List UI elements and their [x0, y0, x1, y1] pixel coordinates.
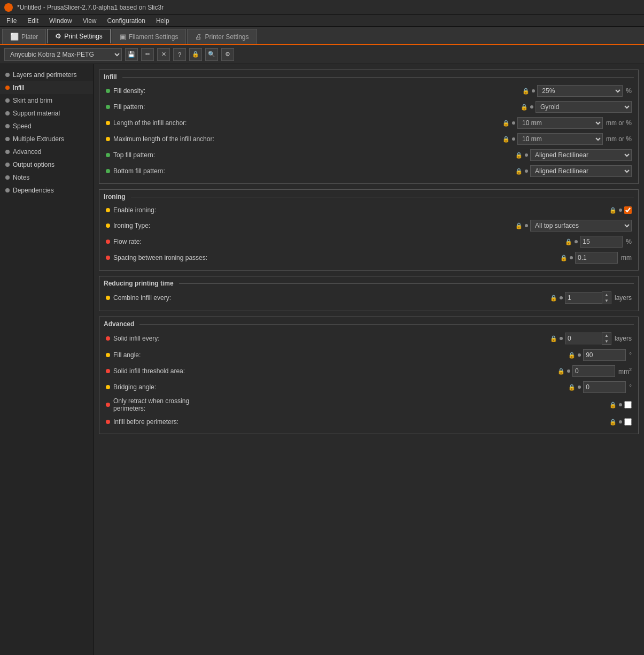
- bottom-fill-select[interactable]: Aligned Rectilinear: [530, 165, 632, 177]
- infill-anchor-lock[interactable]: 🔒: [502, 120, 510, 127]
- bottom-fill-lock[interactable]: 🔒: [515, 168, 523, 175]
- save-icon[interactable]: 💾: [125, 48, 138, 61]
- max-anchor-label: Maximum length of the infill anchor:: [113, 135, 502, 143]
- output-dot: [5, 163, 10, 167]
- combine-infill-up[interactable]: ▲: [602, 292, 611, 298]
- ironing-type-lock[interactable]: 🔒: [515, 222, 523, 229]
- bottom-fill-label: Bottom fill pattern:: [113, 167, 515, 175]
- sidebar-item-extruders[interactable]: Multiple Extruders: [0, 133, 93, 145]
- top-fill-select[interactable]: Aligned Rectilinear: [530, 149, 632, 161]
- enable-ironing-checkbox[interactable]: [624, 206, 632, 214]
- solid-infill-every-lock[interactable]: 🔒: [550, 335, 557, 342]
- speed-dot: [5, 124, 10, 128]
- fill-density-select[interactable]: 25%: [537, 85, 623, 97]
- tab-plater[interactable]: ⬜ Plater: [2, 29, 46, 44]
- main-layout: Layers and perimeters Infill Skirt and b…: [0, 64, 644, 655]
- notes-dot: [5, 175, 10, 180]
- solid-infill-every-input[interactable]: [565, 333, 602, 344]
- top-fill-indicator: [106, 153, 110, 157]
- max-anchor-controls: 🔒 10 mm mm or %: [502, 133, 632, 145]
- spacing-unit: mm: [621, 254, 632, 261]
- tab-printer-settings[interactable]: 🖨 Printer Settings: [187, 29, 257, 44]
- only-retract-label: Only retract when crossingperimeters:: [113, 397, 609, 412]
- search-icon[interactable]: 🔍: [205, 48, 218, 61]
- menu-edit[interactable]: Edit: [23, 16, 43, 26]
- fill-pattern-lock[interactable]: 🔒: [521, 104, 528, 111]
- bridging-angle-lock[interactable]: 🔒: [568, 384, 576, 391]
- sidebar: Layers and perimeters Infill Skirt and b…: [0, 64, 94, 655]
- menu-configuration[interactable]: Configuration: [103, 16, 150, 26]
- top-fill-lock[interactable]: 🔒: [515, 152, 523, 159]
- fill-angle-lock[interactable]: 🔒: [568, 352, 576, 359]
- sidebar-item-layers[interactable]: Layers and perimeters: [0, 68, 93, 81]
- prefs-icon[interactable]: ⚙: [221, 48, 234, 61]
- sidebar-item-output[interactable]: Output options: [0, 158, 93, 171]
- fill-angle-input[interactable]: [583, 349, 626, 361]
- menu-file[interactable]: File: [2, 16, 21, 26]
- advanced-dot: [5, 150, 10, 154]
- max-anchor-select[interactable]: 10 mm: [517, 133, 603, 145]
- menu-view[interactable]: View: [79, 16, 101, 26]
- menu-help[interactable]: Help: [152, 16, 174, 26]
- lock-icon[interactable]: 🔒: [189, 48, 202, 61]
- sidebar-item-support[interactable]: Support material: [0, 107, 93, 120]
- infill-before-label: Infill before perimeters:: [113, 418, 609, 426]
- infill-anchor-select[interactable]: 10 mm: [517, 117, 603, 129]
- sidebar-item-infill[interactable]: Infill: [0, 81, 93, 94]
- bridging-angle-input[interactable]: [583, 381, 626, 393]
- enable-ironing-lock[interactable]: 🔒: [609, 207, 617, 214]
- top-fill-label: Top fill pattern:: [113, 151, 515, 159]
- plater-icon: ⬜: [10, 33, 19, 41]
- sidebar-item-advanced[interactable]: Advanced: [0, 145, 93, 158]
- tab-filament-settings[interactable]: ▣ Filament Settings: [112, 29, 187, 44]
- solid-infill-every-indicator: [106, 336, 110, 341]
- printer-icon: 🖨: [195, 33, 202, 41]
- help-icon[interactable]: ?: [173, 48, 186, 61]
- row-infill-anchor: Length of the infill anchor: 🔒 10 mm mm …: [99, 115, 638, 131]
- sidebar-item-dependencies[interactable]: Dependencies: [0, 184, 93, 197]
- only-retract-lock[interactable]: 🔒: [609, 402, 617, 409]
- edit-icon[interactable]: ✏: [141, 48, 154, 61]
- row-ironing-type: Ironing Type: 🔒 All top surfaces: [99, 218, 638, 234]
- window-title: *Untitled - PrusaSlicer-2.7.0-alpha1 bas…: [17, 4, 164, 11]
- combine-infill-down[interactable]: ▼: [602, 298, 611, 304]
- spacing-lock[interactable]: 🔒: [560, 255, 568, 261]
- section-reducing: Reducing printing time Combine infill ev…: [99, 276, 639, 311]
- combine-infill-input[interactable]: [565, 292, 602, 304]
- close-icon[interactable]: ✕: [157, 48, 170, 61]
- infill-before-lock[interactable]: 🔒: [609, 419, 617, 426]
- solid-threshold-lock[interactable]: 🔒: [557, 368, 565, 375]
- sidebar-item-skirt[interactable]: Skirt and brim: [0, 94, 93, 107]
- combine-infill-lock[interactable]: 🔒: [550, 295, 557, 302]
- bridging-angle-label: Bridging angle:: [113, 383, 568, 391]
- flow-rate-lock[interactable]: 🔒: [565, 238, 572, 245]
- sidebar-item-notes[interactable]: Notes: [0, 171, 93, 184]
- max-anchor-lock[interactable]: 🔒: [502, 136, 510, 143]
- row-max-infill-anchor: Maximum length of the infill anchor: 🔒 1…: [99, 131, 638, 147]
- tab-print-settings[interactable]: ⚙ Print Settings: [47, 29, 110, 44]
- solid-infill-every-down[interactable]: ▼: [602, 338, 611, 344]
- menu-window[interactable]: Window: [45, 16, 76, 26]
- only-retract-checkbox[interactable]: [624, 401, 632, 409]
- solid-infill-every-spinner: ▲ ▼: [565, 332, 611, 345]
- solid-infill-every-up[interactable]: ▲: [602, 333, 611, 338]
- solid-threshold-input[interactable]: [572, 365, 615, 377]
- infill-anchor-indicator: [106, 121, 110, 125]
- fill-angle-unit: °: [629, 351, 632, 359]
- sidebar-item-speed[interactable]: Speed: [0, 120, 93, 133]
- max-anchor-dot: [512, 137, 515, 141]
- profile-select[interactable]: Anycubic Kobra 2 Max-PETG: [4, 48, 122, 61]
- infill-dot: [5, 86, 10, 90]
- toolbar: Anycubic Kobra 2 Max-PETG 💾 ✏ ✕ ? 🔒 🔍 ⚙: [0, 45, 644, 64]
- ironing-type-select[interactable]: All top surfaces: [530, 220, 632, 232]
- infill-before-checkbox[interactable]: [624, 418, 632, 426]
- flow-rate-input[interactable]: [580, 236, 623, 248]
- fill-density-lock[interactable]: 🔒: [522, 88, 530, 95]
- spacing-input[interactable]: [575, 252, 618, 264]
- fill-pattern-select[interactable]: Gyroid: [536, 101, 632, 113]
- spacing-dot: [570, 256, 573, 259]
- spacing-controls: 🔒 mm: [560, 252, 632, 264]
- solid-threshold-dot: [567, 369, 570, 373]
- top-fill-controls: 🔒 Aligned Rectilinear: [515, 149, 632, 161]
- infill-divider: [122, 77, 634, 78]
